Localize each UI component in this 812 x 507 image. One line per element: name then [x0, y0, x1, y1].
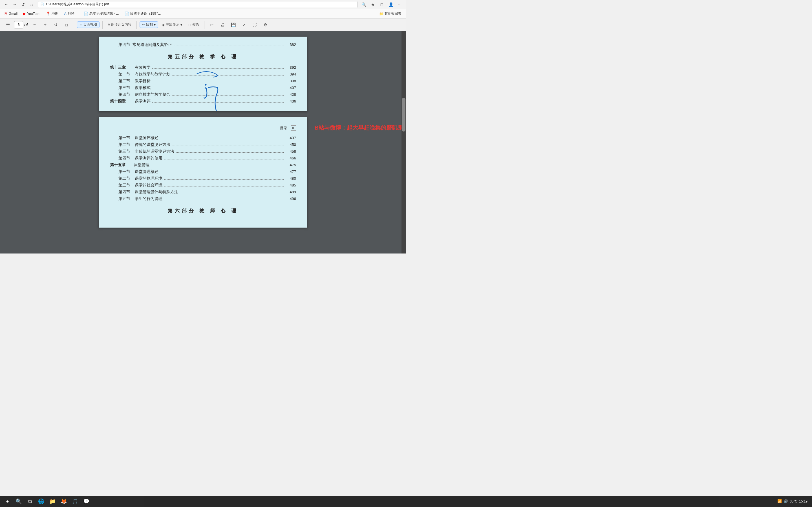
chapter13-label: 第十三章: [110, 65, 133, 70]
bookmark-minzu[interactable]: 📄 民族学通论（1997...: [122, 10, 163, 17]
pdf-viewport[interactable]: 第四节 常见道德问题及其矫正 382 第五部分 教 学 心 理 第十三章 有效教…: [0, 31, 406, 253]
page-view-label: 页面视图: [84, 22, 97, 27]
erase-button[interactable]: ◻ 擦除: [186, 21, 201, 28]
browser-actions: 🔍 ★ □ 👤 ···: [360, 1, 404, 8]
p2-sub-4: 第四节 课堂测评的使用 466: [110, 156, 296, 161]
highlight-chevron: ▾: [181, 23, 182, 27]
print-button[interactable]: 🖨: [218, 20, 227, 29]
minzu-icon: 📄: [124, 11, 129, 16]
bookmark-laoyouji[interactable]: 📄 老友记搜索结果 - ...: [82, 10, 121, 17]
search-button[interactable]: 🔍: [360, 1, 368, 8]
toc-section: 第四节: [110, 42, 130, 47]
scrollbar[interactable]: [402, 31, 406, 253]
pdf-settings-button[interactable]: ⚙: [261, 20, 270, 29]
profile-button[interactable]: 👤: [387, 1, 395, 8]
sub-entry-3: 第三节 教学模式 407: [110, 86, 296, 91]
toc-entry-p4-moral: 第四节 常见道德问题及其矫正 382: [110, 42, 296, 47]
chapter13-title: 有效教学 392: [133, 65, 296, 70]
draw-label: 绘制: [146, 22, 153, 27]
pdf-page-2: 目录 Ⅲ 第一节 课堂测评概述 437 第二节 传统的课堂测评方法 450: [99, 117, 307, 228]
bookmark-youtube[interactable]: ▶ YouTube: [21, 11, 43, 17]
refresh-button[interactable]: ↺: [19, 1, 27, 8]
translate-icon: A: [64, 11, 66, 16]
scroll-thumb[interactable]: [402, 98, 405, 131]
bookmark-youtube-label: YouTube: [27, 12, 40, 16]
pdf-toolbar: ☰ / 6 − + ↺ ⊡ ⊞ 页面视图 A 朗读此页内容 ✏ 绘制 ▾ ◈ 突…: [0, 18, 406, 31]
toolbar-sep-2: [102, 21, 103, 29]
page-view-button[interactable]: ⊞ 页面视图: [77, 21, 100, 28]
sub-section-2: 第二节: [118, 78, 133, 83]
address-bar[interactable]: 📄 C:/Users/简筱涎/Desktop/书籍/目录(1).pdf: [38, 1, 357, 8]
sub-section-3: 第三节: [118, 86, 133, 91]
touch-button[interactable]: ☞: [207, 20, 216, 29]
nav-controls: ← → ↺ ⌂: [2, 1, 36, 8]
address-text: C:/Users/简筱涎/Desktop/书籍/目录(1).pdf: [46, 2, 109, 7]
draw-button[interactable]: ✏ 绘制 ▾: [140, 21, 158, 28]
menu-button[interactable]: ☰: [3, 20, 12, 29]
erase-icon: ◻: [188, 23, 191, 27]
toc-header-text: 目录: [280, 126, 287, 131]
section5-title: 第五部分 教 学 心 理: [110, 54, 296, 60]
page-navigation: / 6: [14, 21, 28, 29]
rotate-button[interactable]: ↺: [51, 20, 60, 29]
chapter14-label: 第十四章: [110, 99, 133, 104]
bookmark-translate-label: 翻译: [68, 11, 74, 16]
fullscreen-button[interactable]: ⛶: [250, 20, 259, 29]
gmail-icon: M: [4, 11, 8, 16]
c15-sub-5: 第五节 学生的行为管理 496: [110, 196, 296, 202]
zoom-out-button[interactable]: −: [30, 20, 39, 29]
toc-dots: [174, 43, 284, 46]
chapter13-title-text: 有效教学: [135, 65, 151, 70]
draw-icon: ✏: [142, 23, 145, 27]
save-button[interactable]: 💾: [229, 20, 238, 29]
zoom-in-button[interactable]: +: [41, 20, 50, 29]
p2-sub-1: 第一节 课堂测评概述 437: [110, 135, 296, 140]
collections-button[interactable]: □: [378, 1, 386, 8]
home-button[interactable]: ⌂: [28, 1, 36, 8]
main-content: 第四节 常见道德问题及其矫正 382 第五部分 教 学 心 理 第十三章 有效教…: [0, 31, 406, 253]
bookmark-translate[interactable]: A 翻译: [62, 10, 77, 17]
laoyouji-icon: 📄: [84, 11, 88, 16]
folder-label: 其他收藏夹: [385, 11, 402, 16]
settings-button[interactable]: ···: [396, 1, 404, 8]
sub-section-4: 第四节: [118, 92, 133, 97]
c15-sub-3: 第三节 课堂的社会环境 485: [110, 183, 296, 188]
bookmark-gmail[interactable]: M Gmail: [2, 11, 20, 17]
bookmark-maps-label: 地图: [52, 11, 58, 16]
bookmark-gmail-label: Gmail: [9, 12, 17, 16]
red-annotation: B站与微博：起大早赶晚集的磨叽鬼: [315, 124, 403, 131]
bookmark-other-folder[interactable]: 📁 其他收藏夹: [377, 10, 404, 17]
bookmarks-bar: M Gmail ▶ YouTube 📍 地图 A 翻译 📄 老友记搜索结果 - …: [0, 9, 406, 18]
highlight-icon: ◈: [162, 23, 165, 27]
forward-button[interactable]: →: [11, 1, 18, 8]
draw-chevron: ▾: [154, 23, 156, 27]
maps-icon: 📍: [46, 11, 50, 16]
toolbar-sep-4: [204, 21, 204, 29]
highlight-button[interactable]: ◈ 突出显示 ▾: [160, 21, 185, 28]
folder-icon: 📁: [379, 12, 384, 16]
titlebar: ← → ↺ ⌂ 📄 C:/Users/简筱涎/Desktop/书籍/目录(1).…: [0, 0, 406, 9]
c15-sub-1: 第一节 课堂管理概述 477: [110, 169, 296, 174]
sub-section-1: 第一节: [118, 72, 133, 77]
favorites-button[interactable]: ★: [369, 1, 377, 8]
page-input[interactable]: [14, 21, 23, 29]
p2-sub-3: 第三节 非传统的课堂测评方法 458: [110, 149, 296, 154]
sub-entry-2: 第二节 教学目标 398: [110, 78, 296, 83]
fit-page-button[interactable]: ⊡: [62, 20, 71, 29]
toolbar-sep-1: [74, 21, 74, 29]
toc-title: 常见道德问题及其矫正 382: [130, 42, 296, 47]
c15-sub-4: 第四节 课堂管理设计与特殊方法 489: [110, 189, 296, 194]
c15-sub-2: 第二节 课堂的物理环境 480: [110, 176, 296, 181]
section6-title: 第六部分 教 师 心 理: [110, 208, 296, 214]
bookmark-maps[interactable]: 📍 地图: [44, 10, 61, 17]
read-aloud-button[interactable]: A 朗读此页内容: [105, 21, 134, 28]
toc-header: 目录 Ⅲ: [110, 125, 296, 132]
chapter15-label: 第十五章: [110, 163, 133, 168]
share-button[interactable]: ↗: [239, 20, 248, 29]
back-button[interactable]: ←: [2, 1, 10, 8]
toc-page: 382: [286, 43, 296, 47]
chapter13-page: 392: [286, 65, 296, 69]
chapter13-entry: 第十三章 有效教学 392: [110, 65, 296, 70]
bookmark-laoyouji-label: 老友记搜索结果 - ...: [89, 11, 119, 16]
page-separator: / 6: [24, 22, 28, 27]
